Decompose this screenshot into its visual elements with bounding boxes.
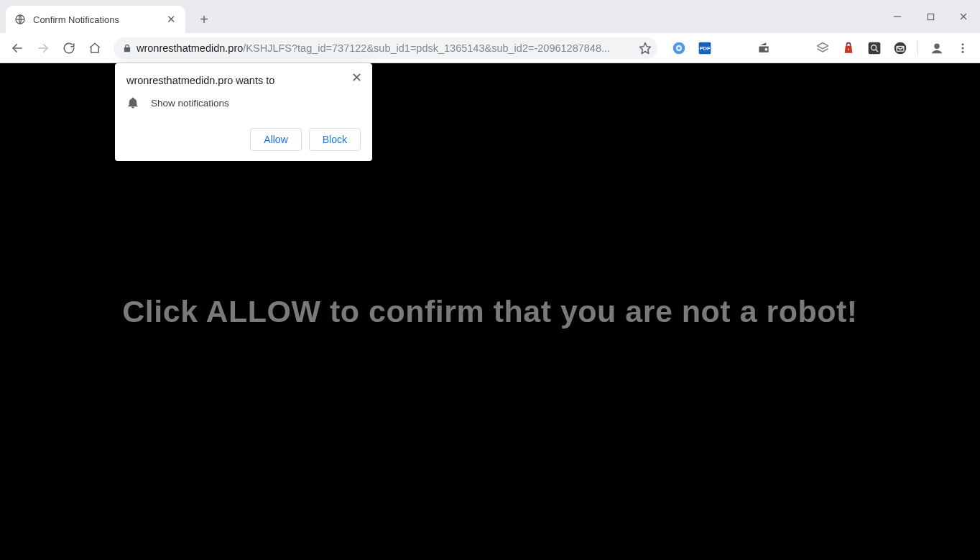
new-tab-button[interactable]: +	[194, 9, 214, 29]
address-path: /KSHJLFS?tag_id=737122&sub_id1=pdsk_1365…	[243, 42, 610, 54]
permission-close-button[interactable]: ✕	[348, 69, 365, 86]
svg-point-13	[765, 47, 768, 50]
bell-icon	[126, 96, 139, 109]
window-maximize-button[interactable]	[914, 0, 947, 33]
svg-marker-14	[818, 42, 828, 48]
permission-capability-text: Show notifications	[151, 98, 229, 109]
ext-pdf-icon[interactable]: PDF	[695, 38, 715, 58]
chrome-menu-button[interactable]	[951, 37, 974, 60]
svg-point-15	[848, 48, 849, 50]
browser-tab[interactable]: Confirm Notifications ✕	[6, 6, 185, 33]
profile-avatar-icon[interactable]	[925, 37, 948, 60]
tab-close-button[interactable]: ✕	[165, 14, 177, 25]
svg-rect-16	[869, 42, 881, 54]
toolbar-divider	[917, 40, 918, 56]
ext-blue-circle-icon[interactable]	[669, 38, 689, 58]
lock-icon	[122, 43, 132, 53]
svg-point-25	[962, 47, 964, 49]
svg-point-26	[962, 50, 964, 52]
svg-rect-2	[928, 14, 933, 19]
globe-icon	[14, 14, 26, 25]
address-host: wronresthatmedidn.pro	[137, 42, 243, 54]
window-close-button[interactable]	[947, 0, 980, 33]
svg-point-22	[934, 43, 939, 48]
permission-allow-button[interactable]: Allow	[250, 128, 301, 151]
bookmark-star-icon[interactable]	[639, 42, 652, 55]
nav-reload-button[interactable]	[57, 37, 80, 60]
nav-back-button[interactable]	[6, 37, 29, 60]
nav-home-button[interactable]	[83, 37, 106, 60]
tab-strip: Confirm Notifications ✕ +	[0, 0, 980, 33]
svg-point-19	[895, 42, 907, 54]
ext-mail-icon[interactable]	[890, 38, 910, 58]
svg-marker-7	[640, 42, 651, 53]
ext-bag-icon[interactable]	[838, 38, 859, 58]
svg-text:PDF: PDF	[700, 45, 711, 52]
ext-radio-icon[interactable]	[754, 38, 774, 58]
browser-toolbar: wronresthatmedidn.pro/KSHJLFS?tag_id=737…	[0, 33, 980, 63]
nav-forward-button[interactable]	[32, 37, 55, 60]
address-url: wronresthatmedidn.pro/KSHJLFS?tag_id=737…	[137, 42, 634, 54]
page-headline: Click ALLOW to confirm that you are not …	[93, 294, 886, 329]
window-controls	[881, 0, 980, 33]
svg-point-10	[678, 47, 680, 50]
ext-stack-icon[interactable]	[813, 38, 833, 58]
svg-point-24	[962, 43, 964, 45]
ext-magnify-icon[interactable]	[864, 38, 884, 58]
permission-origin-text: wronresthatmedidn.pro wants to	[126, 75, 361, 86]
extension-icons: PDF	[669, 38, 910, 58]
tab-title: Confirm Notifications	[33, 14, 158, 25]
address-bar[interactable]: wronresthatmedidn.pro/KSHJLFS?tag_id=737…	[114, 37, 657, 59]
notification-permission-popup: ✕ wronresthatmedidn.pro wants to Show no…	[115, 63, 372, 161]
permission-block-button[interactable]: Block	[309, 128, 361, 151]
window-minimize-button[interactable]	[881, 0, 914, 33]
